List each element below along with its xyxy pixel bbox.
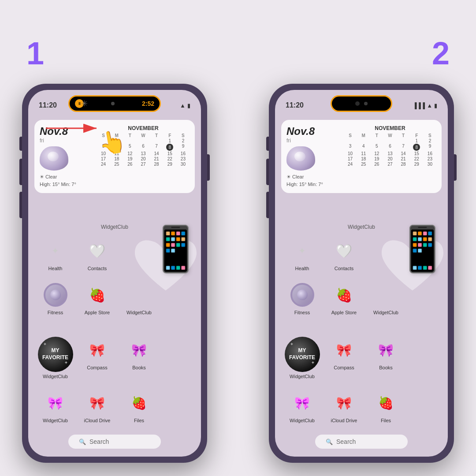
phone-1-wrapper: 11:20 ▲ ▮ ⏸ 2:52 xyxy=(22,84,207,463)
arrow-annotation xyxy=(41,117,103,141)
app-icloud-1[interactable]: 🎀 iCloud Drive xyxy=(76,390,118,423)
app-row-2-1: ✦ Health 🤍 Contacts xyxy=(281,238,365,271)
contacts-label-1: Contacts xyxy=(88,266,107,271)
app-apple-store-1[interactable]: 🍓 Apple Store xyxy=(76,282,118,315)
app-widgetclub2-1[interactable]: 🎀 WidgetClub xyxy=(34,390,76,423)
app-health-2[interactable]: ✦ Health xyxy=(281,238,323,271)
app-myfav-2[interactable]: ✦ MYFAVORITE ✦ WidgetClub xyxy=(281,337,323,379)
widget-left-2: Nov.8 fri ☀ Clear High: 15° Min: 7° xyxy=(286,125,339,188)
signal-icon: ▐▐▐ xyxy=(413,102,425,109)
app-books-1[interactable]: 🎀 Books xyxy=(118,337,160,379)
app-contacts-1[interactable]: 🤍 Contacts xyxy=(76,238,118,271)
app-row-2-4: 🎀 WidgetClub 🎀 iCloud Drive 🍓 Files xyxy=(281,390,407,423)
app-compass-1[interactable]: 🎀 Compass xyxy=(76,337,118,379)
health-icon-1: ✦ xyxy=(42,238,69,264)
calendar-month-2: NOVEMBER xyxy=(344,125,436,131)
fitness-icon-1 xyxy=(42,282,69,308)
books-label-1: Books xyxy=(132,365,146,370)
tap-hand-icon: 👆 xyxy=(97,127,128,157)
apple-store-label-1: Apple Store xyxy=(85,310,110,315)
widget-label-2: WidgetClub xyxy=(275,224,448,230)
phone-1-frame: 11:20 ▲ ▮ ⏸ 2:52 xyxy=(22,84,207,463)
app-row-1-1: ✦ Health 🤍 Contacts xyxy=(34,238,118,271)
app-widgetclub2-2[interactable]: 🎀 WidgetClub xyxy=(281,390,323,423)
books-label-2: Books xyxy=(379,365,393,370)
myfav-icon-2: ✦ MYFAVORITE ✦ xyxy=(285,337,320,372)
app-widgetclub-phone-1[interactable]: WidgetClub xyxy=(118,282,160,315)
icloud-icon-2: 🎀 xyxy=(331,390,357,416)
status-time-2: 11:20 xyxy=(286,101,304,109)
app-widgetclub-phone-2[interactable]: WidgetClub xyxy=(365,282,407,315)
app-apple-store-2[interactable]: 🍓 Apple Store xyxy=(323,282,365,315)
side-button-right xyxy=(207,154,210,181)
files-icon-2: 🍓 xyxy=(373,390,399,416)
widgetclub-phone-icon-1 xyxy=(126,282,152,308)
wifi-icon-2: ▲ xyxy=(427,102,432,109)
retro-phone-bg-1: 📱 xyxy=(148,227,201,271)
search-bar-2[interactable]: 🔍 Search xyxy=(315,435,408,449)
di-dot-1 xyxy=(111,102,115,105)
apple-store-label-2: Apple Store xyxy=(331,310,357,315)
pearl-heart-2 xyxy=(286,146,315,171)
files-label-1: Files xyxy=(134,418,144,423)
app-myfav-1[interactable]: ✦ MYFAVORITE ✦ WidgetClub xyxy=(34,337,76,379)
app-contacts-2[interactable]: 🤍 Contacts xyxy=(323,238,365,271)
side-button-left-vol-up-2 xyxy=(266,159,269,185)
files-icon-1: 🍓 xyxy=(126,390,152,416)
search-bar-1[interactable]: 🔍 Search xyxy=(68,435,161,449)
icloud-icon-1: 🎀 xyxy=(84,390,111,416)
side-button-left-mute xyxy=(19,137,22,151)
app-files-2[interactable]: 🍓 Files xyxy=(365,390,407,423)
status-icons-2: ▐▐▐ ▲ ▮ xyxy=(413,102,437,109)
step-number-2: 2 xyxy=(432,35,450,71)
battery-icon: ▮ xyxy=(187,102,190,109)
myfav-label-2: WidgetClub xyxy=(290,374,315,379)
widgetclub2-icon-1: 🎀 xyxy=(42,390,69,416)
app-fitness-2[interactable]: Fitness xyxy=(281,282,323,315)
icloud-label-2: iCloud Drive xyxy=(331,418,357,423)
app-compass-2[interactable]: 🎀 Compass xyxy=(323,337,365,379)
contacts-icon-1: 🤍 xyxy=(84,238,111,264)
widget-calendar-2: NOVEMBER SMTWTFS 12 3456789 101112131415… xyxy=(344,125,436,188)
icloud-label-1: iCloud Drive xyxy=(84,418,111,423)
widgetclub-phone-icon-2 xyxy=(373,282,399,308)
app-row-1-4: 🎀 WidgetClub 🎀 iCloud Drive 🍓 Files xyxy=(34,390,160,423)
app-row-1-3: ✦ MYFAVORITE ✦ WidgetClub 🎀 Compass 🎀 Bo… xyxy=(34,337,160,379)
apple-store-icon-1: 🍓 xyxy=(84,282,111,308)
search-label-2: Search xyxy=(336,438,356,445)
health-label-2: Health xyxy=(295,266,309,271)
app-row-2-3: ✦ MYFAVORITE ✦ WidgetClub 🎀 Compass 🎀 Bo… xyxy=(281,337,407,379)
widgetclub2-label-1: WidgetClub xyxy=(43,418,68,423)
di-cam-dot xyxy=(355,101,360,106)
files-label-2: Files xyxy=(381,418,391,423)
widgetclub-phone-label-2: WidgetClub xyxy=(373,310,398,315)
search-label-1: Search xyxy=(89,438,109,445)
retro-phone-bg-2: 📱 xyxy=(395,227,448,271)
compass-label-1: Compass xyxy=(87,365,107,370)
wifi-icon: ▲ xyxy=(180,102,186,109)
app-fitness-1[interactable]: Fitness xyxy=(34,282,76,315)
widget-weather-1: ☀ Clear High: 15° Min: 7° xyxy=(40,173,93,188)
side-button-left-vol-down-2 xyxy=(266,192,269,218)
widgetclub-phone-label-1: WidgetClub xyxy=(126,310,152,315)
timer-display: 2:52 xyxy=(142,100,154,107)
health-icon-2: ✦ xyxy=(289,238,316,264)
phone-2-screen: 11:20 ▐▐▐ ▲ ▮ Nov.8 fri xyxy=(275,90,448,457)
app-books-2[interactable]: 🎀 Books xyxy=(365,337,407,379)
arrow-svg xyxy=(41,117,103,139)
app-row-2-2: Fitness 🍓 Apple Store WidgetClub xyxy=(281,282,407,315)
phone-2-frame: 11:20 ▐▐▐ ▲ ▮ Nov.8 fri xyxy=(269,84,454,463)
sparkle-lines: ✳ xyxy=(81,99,88,108)
fitness-label-2: Fitness xyxy=(294,310,310,315)
side-button-right-2 xyxy=(454,154,457,181)
app-files-1[interactable]: 🍓 Files xyxy=(118,390,160,423)
health-label-1: Health xyxy=(48,266,63,271)
app-health-1[interactable]: ✦ Health xyxy=(34,238,76,271)
contacts-label-2: Contacts xyxy=(335,266,353,271)
step-number-1: 1 xyxy=(26,35,44,71)
app-icloud-2[interactable]: 🎀 iCloud Drive xyxy=(323,390,365,423)
phone-2-wrapper: 11:20 ▐▐▐ ▲ ▮ Nov.8 fri xyxy=(269,84,454,463)
myfav-icon-1: ✦ MYFAVORITE ✦ xyxy=(38,337,73,372)
widgetclub2-icon-2: 🎀 xyxy=(289,390,316,416)
widget-date-2: Nov.8 xyxy=(286,125,339,138)
